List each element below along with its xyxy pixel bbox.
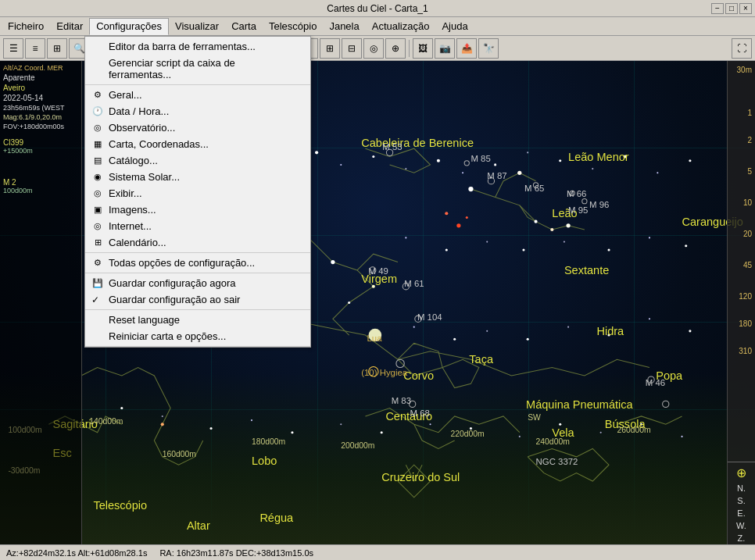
menu-reset-language[interactable]: Reset language — [85, 312, 310, 328]
minimize-button[interactable]: − — [711, 3, 724, 14]
menu-gerenciar-script[interactable]: Gerenciar script da caixa de ferramentas… — [85, 55, 310, 83]
label-dist9: 260d00m — [617, 426, 650, 434]
menu-visualizar[interactable]: Visualizar — [169, 18, 225, 35]
label-dist3: 140d00m — [89, 417, 123, 426]
toolbar-btn-8[interactable]: ◎ — [363, 38, 384, 59]
menu-observatorio[interactable]: ◎ Observatório... — [85, 119, 310, 136]
svg-point-60 — [162, 416, 163, 417]
all-options-icon: ⚙ — [91, 257, 104, 269]
label-dist6: 200d00m — [341, 441, 374, 450]
grid-icon: ▦ — [91, 138, 104, 151]
eye-icon: ◎ — [91, 187, 104, 200]
label-cruzeiro: Cruzeiro do Sul — [381, 471, 460, 483]
status-az: Az:+82d24m32.1s Alt:+61d08m28.1s — [6, 548, 147, 558]
toolbar-sep-3 — [409, 40, 410, 57]
svg-point-51 — [413, 326, 415, 328]
menu-calendario[interactable]: ⊞ Calendário... — [85, 234, 310, 251]
svg-point-32 — [405, 237, 406, 238]
label-telescopio: Telescópio — [93, 499, 147, 512]
svg-point-61 — [210, 427, 213, 430]
menu-internet[interactable]: ◎ Internet... — [85, 218, 310, 234]
telescope-icon: ◎ — [91, 122, 104, 134]
toolbar-btn-9[interactable]: ⊕ — [385, 38, 406, 59]
menu-guardar-sair[interactable]: ✓ Guardar configuração ao sair — [85, 291, 310, 308]
status-radec: RA: 16h23m11.87s DEC:+38d13m15.0s — [159, 548, 313, 558]
svg-point-21 — [559, 159, 561, 162]
menu-exibir[interactable]: ◎ Exibir... — [85, 185, 310, 202]
menu-catalogo[interactable]: ▤ Catálogo... — [85, 152, 310, 169]
svg-point-54 — [527, 338, 529, 341]
menu-carta[interactable]: Carta — [225, 18, 263, 35]
toolbar-btn-10[interactable]: 🖼 — [413, 38, 433, 59]
label-m95: M 95 — [568, 205, 588, 215]
svg-point-19 — [494, 163, 496, 166]
menu-data-hora[interactable]: 🕐 Data / Hora... — [85, 103, 310, 119]
toolbar-btn-1[interactable]: ☰ — [3, 38, 23, 59]
label-m85: M 85 — [471, 154, 490, 163]
svg-point-38 — [649, 237, 650, 238]
svg-point-72 — [681, 436, 682, 437]
svg-point-22 — [592, 168, 593, 169]
close-button[interactable]: × — [739, 3, 752, 14]
menu-atualizacao[interactable]: Actualização — [366, 18, 436, 35]
toolbar-btn-3[interactable]: ⊞ — [47, 38, 67, 59]
label-m83: M 83 — [392, 396, 411, 405]
toolbar-btn-2[interactable]: ≡ — [25, 38, 45, 59]
svg-point-14 — [340, 164, 342, 166]
menu-configuracoes[interactable]: Configurações — [89, 18, 169, 35]
svg-point-1 — [517, 171, 521, 175]
menu-sistema-solar[interactable]: ◉ Sistema Solar... — [85, 169, 310, 185]
svg-point-40 — [445, 212, 448, 215]
scale-30m: 30m — [728, 66, 755, 74]
menu-ajuda[interactable]: Ajuda — [435, 18, 474, 35]
scale-1: 1 — [728, 109, 755, 117]
label-m104: M 104 — [417, 312, 442, 322]
svg-point-85 — [663, 401, 669, 407]
svg-point-25 — [689, 159, 691, 162]
toolbar-btn-7[interactable]: ⊟ — [342, 38, 362, 59]
toolbar-btn-13[interactable]: 🔭 — [478, 38, 499, 59]
label-taca: Taça — [469, 353, 494, 366]
compass-az: N. — [737, 483, 746, 493]
menu-ficheiro[interactable]: Ficheiro — [2, 18, 50, 35]
menu-reiniciar-carta[interactable]: Reiniciar carta e opções... — [85, 328, 310, 344]
maximize-button[interactable]: □ — [725, 3, 738, 14]
dropdown-section-5: Reset language Reiniciar carta e opções.… — [85, 310, 310, 347]
menu-telescopio[interactable]: Telescópio — [263, 18, 323, 35]
menu-guardar-agora[interactable]: 💾 Guardar configuração agora — [85, 275, 310, 291]
svg-point-53 — [486, 330, 488, 332]
svg-point-68 — [519, 436, 521, 437]
svg-point-41 — [456, 223, 460, 227]
scale-10: 10 — [728, 198, 755, 207]
svg-point-59 — [120, 407, 123, 409]
label-leao-menor: Leão Menor — [568, 151, 629, 163]
toolbar-btn-12[interactable]: 📤 — [456, 38, 477, 59]
solar-icon: ◉ — [91, 171, 104, 184]
label-dist5: 180d00m — [252, 437, 285, 446]
menu-geral[interactable]: ⚙ Geral... — [85, 87, 310, 103]
svg-point-2 — [567, 223, 571, 227]
label-m96: M 96 — [589, 200, 609, 209]
toolbar-btn-11[interactable]: 📷 — [435, 38, 455, 59]
menu-carta-coordenadas[interactable]: ▦ Carta, Coordenadas... — [85, 136, 310, 152]
scale-20: 20 — [728, 230, 755, 238]
catalog-icon: ▤ — [91, 155, 104, 167]
svg-point-63 — [291, 431, 293, 433]
svg-point-57 — [649, 318, 650, 319]
toolbar-btn-6[interactable]: ⊞ — [320, 38, 340, 59]
svg-point-3 — [550, 228, 553, 231]
label-corvo: Corvo — [403, 369, 434, 382]
menu-editor-barra[interactable]: Editor da barra de ferramentas... — [85, 38, 310, 55]
menu-janela[interactable]: Janela — [323, 18, 365, 35]
label-maquina: Máquina Pneumática — [526, 398, 633, 411]
svg-point-66 — [429, 423, 431, 425]
scale-120: 120 — [728, 292, 755, 301]
dropdown-section-3: ⚙ Todas opções de configuração... — [85, 253, 310, 273]
toolbar-btn-fullscreen[interactable]: ⛶ — [732, 38, 752, 59]
dropdown-section-1: Editor da barra de ferramentas... Gerenc… — [85, 37, 310, 85]
menu-todas-opcoes[interactable]: ⚙ Todas opções de configuração... — [85, 255, 310, 271]
menu-imagens[interactable]: ▣ Imagens... — [85, 202, 310, 218]
menu-editar[interactable]: Editar — [50, 18, 89, 35]
save-icon: 💾 — [91, 277, 104, 290]
mag-label: Mag:6.1/9.0,20.0m — [3, 113, 78, 121]
